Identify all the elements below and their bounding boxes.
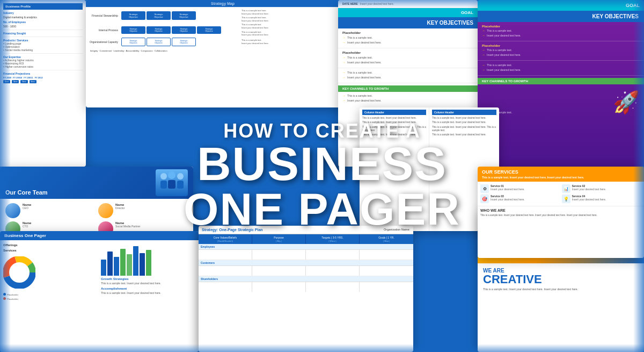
goal-item-8: Insert your desired text here.: [347, 99, 382, 103]
strategy-label-2: Internal Process: [88, 28, 120, 32]
industry-value: Digital marketing & analytics: [3, 16, 37, 19]
rocket-section-1: Placeholder → This is a sample text. → I…: [478, 22, 644, 41]
key-objectives-header: KEY OBJECTIVES: [338, 17, 478, 28]
strategy-box-10: StrategicObjective: [172, 38, 196, 46]
team-header-bg: Our Core Team: [0, 167, 193, 199]
core-team-title: Our Core Team: [5, 189, 48, 196]
section-shareholders: Shareholders: [199, 276, 413, 282]
arrow-icon-1: →: [342, 36, 346, 39]
cell-2-3: [306, 266, 360, 276]
rocket-arrow-2: →: [482, 34, 485, 38]
service-icon-3: 🎯: [480, 195, 489, 203]
date-label: DATE HERE: [342, 2, 358, 5]
arrow-icon-4: →: [342, 61, 346, 64]
services-description: This is a sample text. Insert your desir…: [482, 176, 640, 179]
card-one-pager: Business One Pager Offerings Services Pl…: [0, 231, 199, 352]
main-container: Business Profile Industry Digital market…: [0, 0, 644, 352]
legend-1: Placeholder: [7, 293, 18, 296]
projections-label: Financial Projections: [3, 72, 83, 75]
rocket-text-3: This is a sample text.: [487, 48, 512, 52]
arrow-icon-2: →: [342, 41, 346, 44]
rocket-text-4: Insert your desired text here.: [487, 53, 521, 57]
cell-1-1: [199, 250, 252, 260]
legend-2: Placeholder: [7, 298, 18, 300]
card-rocket-goals: GOAL KEY OBJECTIVES Placeholder → This i…: [478, 0, 644, 167]
card-strategy-map: Strategy Map Financial Stewardship Strat…: [86, 0, 360, 107]
col-text-5: This is a sample text. Insert your desir…: [432, 117, 496, 120]
strategies-title: Growth Strategies: [101, 277, 195, 281]
goal-item-5: This is a sample text.: [347, 71, 372, 75]
arrow-icon-6: →: [342, 76, 346, 79]
service-item-1: ⚙ Service 01 Insert your desired text he…: [480, 184, 560, 193]
section-customers: Customers: [199, 260, 413, 266]
cell-3-4: [360, 282, 413, 292]
team-avatar-2: [98, 203, 113, 218]
rocket-icon: 🚀: [613, 90, 640, 115]
strategy-box-1: StrategicObjective: [121, 11, 145, 20]
strategy-map-header: Strategy Map: [86, 0, 360, 7]
rocket-text-6: Insert your desired text here.: [487, 68, 521, 72]
strategy-box-7: StrategicObjective: [197, 26, 221, 34]
service-icon-1: ⚙: [480, 184, 489, 193]
cell-1-2: [252, 250, 306, 260]
cell-1-4: [360, 250, 413, 260]
strategy-box-9: StrategicObjective: [147, 38, 171, 46]
strategy-box-2: StrategicObjective: [147, 11, 171, 20]
key-channels-label-2: KEY CHANNELS TO GROWTH: [478, 78, 644, 84]
service-item-3: 🎯 Service 03 Insert your desired text he…: [480, 195, 560, 203]
card-services: OUR SERVICES This is a sample text. Inse…: [478, 167, 644, 258]
rocket-section-2: Placeholder → This is a sample text. → I…: [478, 41, 644, 61]
expertise-3: • Higher conversion rates: [3, 65, 83, 68]
cell-2-2: [252, 266, 306, 276]
team-role-3: CTO: [23, 225, 31, 228]
card-business-profile: Business Profile Industry Digital market…: [0, 0, 86, 167]
company-desc: This is a sample text. Insert your desir…: [483, 288, 639, 291]
team-avatar-1: [5, 203, 20, 218]
service-item-2: 📊 Service 02 Insert your desired text he…: [562, 184, 642, 193]
cell-1-3: [306, 250, 360, 260]
rocket-arrow-1: →: [482, 29, 485, 33]
svg-point-0: [160, 173, 167, 179]
key-channels-label: KEY CHANNELS TO GROWTH: [338, 85, 478, 92]
strategy-box-8: StrategicObjective: [121, 38, 145, 46]
pie-chart: [3, 256, 35, 289]
our-services-title: OUR SERVICES: [482, 169, 640, 175]
strategy-label-1: Financial Stewardship: [88, 14, 120, 17]
team-role-4: Social Media Partner: [115, 225, 140, 228]
service-text-1: Insert your desired text here.: [491, 188, 525, 191]
rocket-arrow-4: →: [482, 53, 485, 57]
cell-3-1: [199, 282, 252, 292]
goal-header: GOAL: [338, 8, 478, 17]
team-role-2: Director: [115, 206, 125, 210]
arrow-icon-3: →: [342, 56, 346, 59]
rocket-section-3: → This is a sample text. → Insert your d…: [478, 61, 644, 76]
rocket-placeholder-2: Placeholder: [482, 44, 640, 47]
col-header-purpose: Purpose( Why ): [252, 234, 306, 244]
strategy-box-6: StrategicObjective: [172, 26, 196, 34]
arrow-icon-8: →: [342, 99, 346, 102]
strategy-box-4: StrategicObjective: [121, 26, 145, 34]
strategy-box-5: StrategicObjective: [147, 26, 171, 34]
col-header-2: Column Header: [432, 110, 496, 115]
strategy-label-3: Organizational Capacity: [88, 40, 120, 44]
arrow-icon-5: →: [342, 71, 346, 74]
who-we-are-title: WHO WE ARE: [480, 209, 641, 212]
rocket-text-1: This is a sample text.: [487, 29, 512, 33]
service-text-4: Insert your desired text here.: [572, 198, 606, 202]
accomplishment-text: This is a sample text. Insert your desir…: [101, 291, 195, 295]
product-3: • Social media marketing: [3, 48, 83, 52]
cell-2-1: [199, 266, 252, 276]
center-headline: HOW TO CREATE A BUSINESS ONE PAGER: [172, 120, 472, 232]
goal-item-1: This is a sample text.: [347, 36, 372, 40]
goal-item-3: This is a sample text.: [347, 56, 372, 60]
date-value: Insert your desired text here.: [360, 2, 394, 5]
svg-rect-1: [160, 181, 167, 189]
strategy-values: Integrity · Commitment · Leadership · Ac…: [88, 49, 357, 52]
cell-3-3: [306, 282, 360, 292]
rocket-placeholder-1: Placeholder: [482, 25, 640, 28]
rocket-arrow-3: →: [482, 48, 485, 52]
goal-item-4: Insert your desired text here.: [347, 61, 382, 64]
key-objectives-header-2: KEY OBJECTIVES: [478, 11, 644, 22]
goal-item-7: This is a sample text.: [347, 94, 372, 98]
team-member-1: Name CEO: [5, 203, 95, 218]
